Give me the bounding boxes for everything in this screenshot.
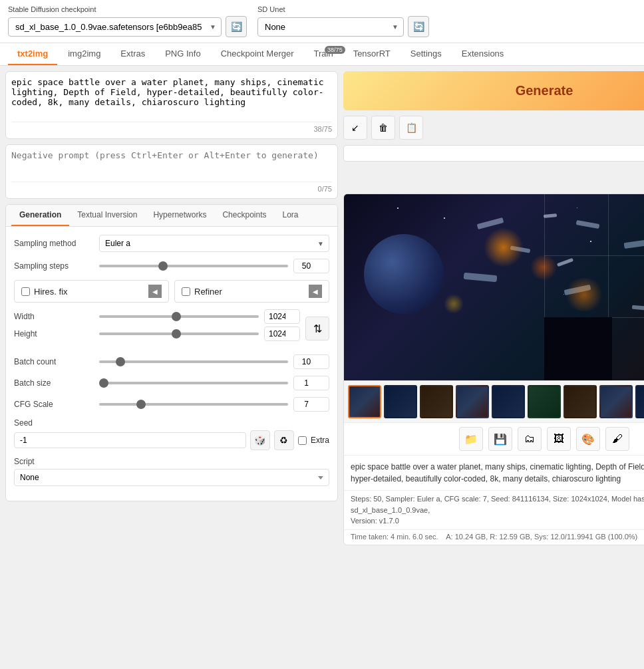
width-input[interactable] [264, 309, 300, 324]
thumbnail-strip: › [344, 380, 644, 422]
seed-section: Seed 🎲 ♻ Extra [14, 418, 329, 450]
hires-fix-label: Hires. fix [34, 287, 68, 297]
thumb-1[interactable] [384, 385, 417, 418]
sd-unet-refresh-btn[interactable]: 🔄 [408, 16, 429, 37]
batch-size-input[interactable] [293, 376, 329, 390]
sub-tab-generation[interactable]: Generation [11, 205, 69, 226]
time-info: Time taken: 4 min. 6.0 sec. A: 10.24 GB,… [344, 529, 644, 545]
sampling-steps-row: Sampling steps [14, 259, 329, 273]
cfg-scale-input[interactable] [293, 397, 329, 412]
output-actions: 📁 💾 🗂 🖼 🎨 🖌 [344, 422, 644, 455]
tab-extras[interactable]: Extras [111, 43, 154, 65]
thumb-7[interactable] [599, 385, 633, 418]
batch-count-input[interactable] [293, 354, 329, 369]
style-input[interactable] [349, 148, 644, 158]
save-file-btn[interactable]: 💾 [488, 427, 512, 451]
height-slider[interactable] [99, 333, 259, 335]
output-meta: Steps: 50, Sampler: Euler a, CFG scale: … [344, 490, 644, 529]
paste-btn[interactable]: 📋 [399, 116, 423, 140]
checkpoint-refresh-btn[interactable]: 🔄 [226, 16, 247, 37]
hires-collapse-btn[interactable]: ◀ [148, 285, 162, 298]
height-row: Height [14, 327, 300, 341]
tab-tensorrt[interactable]: TensorRT [344, 43, 400, 65]
batch-size-slider[interactable] [99, 382, 288, 384]
cfg-scale-slider[interactable] [99, 403, 288, 406]
checkpoint-select[interactable]: sd_xl_base_1.0_0.9vae.safetensors [e6bb9… [8, 17, 222, 37]
tab-extensions[interactable]: Extensions [452, 43, 514, 65]
seed-dice-btn[interactable]: 🎲 [250, 430, 270, 450]
image-display: S ✕ › [343, 194, 644, 545]
batch-count-label: Batch count [14, 357, 94, 366]
height-input[interactable] [264, 327, 300, 341]
thumb-4[interactable] [492, 385, 525, 418]
hires-refiner-row: Hires. fix ◀ Refiner ◀ [14, 280, 329, 303]
hires-fix-checkbox[interactable] [21, 287, 30, 296]
extra-label: Extra [311, 436, 329, 445]
sampling-method-row: Sampling method Euler a [14, 235, 329, 252]
tab-settings[interactable]: Settings [401, 43, 451, 65]
dimensions-row: Width Height ⇅ [14, 309, 329, 348]
left-panel: epic space battle over a water planet, m… [5, 71, 338, 545]
top-bar: Stable Diffusion checkpoint sd_xl_base_1… [0, 0, 644, 43]
tab-checkpoint-merger[interactable]: Checkpoint Merger [212, 43, 303, 65]
image-grid: S ✕ [344, 194, 644, 380]
refiner-label: Refiner [194, 287, 222, 297]
thumb-2[interactable] [420, 385, 453, 418]
sampling-method-select[interactable]: Euler a [99, 235, 329, 252]
style-btn[interactable]: 🎨 [576, 427, 600, 451]
gallery-btn[interactable]: 🖼 [547, 427, 571, 451]
swap-dimensions-btn[interactable]: ⇅ [305, 317, 329, 340]
sampling-steps-slider[interactable] [99, 265, 288, 267]
hires-fix-item: Hires. fix ◀ [14, 280, 169, 303]
main-tabs-bar: txt2img img2img Extras PNG Info Checkpoi… [0, 43, 644, 66]
tab-train[interactable]: Train 38/75 [305, 43, 343, 65]
batch-count-row: Batch count [14, 354, 329, 369]
seed-input[interactable] [14, 432, 246, 448]
train-badge: 38/75 [325, 46, 345, 54]
sampling-steps-input[interactable] [293, 259, 329, 273]
height-label: Height [14, 329, 94, 338]
thumb-3[interactable] [456, 385, 489, 418]
width-slider[interactable] [99, 315, 259, 318]
sampling-method-label: Sampling method [14, 239, 94, 248]
thumb-8[interactable] [635, 385, 644, 418]
script-label: Script [14, 457, 329, 466]
generation-tab-content: Sampling method Euler a Sampling steps [6, 227, 337, 501]
seed-label: Seed [14, 418, 329, 428]
negative-prompt-input[interactable] [11, 150, 332, 177]
tab-png-info[interactable]: PNG Info [156, 43, 210, 65]
sd-unet-select[interactable]: None [257, 17, 404, 37]
trash-btn[interactable]: 🗑 [371, 116, 395, 140]
action-row: ↙ 🗑 📋 [343, 116, 644, 140]
thumb-6[interactable] [564, 385, 597, 418]
thumb-0[interactable] [348, 385, 381, 418]
refiner-item: Refiner ◀ [174, 280, 329, 303]
brush-btn[interactable]: 🖌 [605, 427, 629, 451]
save-folder-btn[interactable]: 📁 [459, 427, 483, 451]
tab-img2img[interactable]: img2img [59, 43, 110, 65]
cfg-scale-label: CFG Scale [14, 400, 94, 409]
sub-tab-checkpoints[interactable]: Checkpoints [214, 205, 274, 226]
resize-icon-btn[interactable]: ↙ [343, 116, 367, 140]
sub-tab-lora[interactable]: Lora [274, 205, 306, 226]
positive-prompt-input[interactable]: epic space battle over a water planet, m… [11, 77, 332, 117]
sub-tab-hypernetworks[interactable]: Hypernetworks [145, 205, 214, 226]
width-row: Width [14, 309, 300, 324]
sd-unet-label: SD Unet [257, 5, 429, 13]
batch-count-slider[interactable] [99, 360, 288, 363]
seed-recycle-btn[interactable]: ♻ [274, 430, 294, 450]
sub-tab-textual-inversion[interactable]: Textual Inversion [69, 205, 145, 226]
positive-prompt-area: epic space battle over a water planet, m… [5, 71, 338, 139]
thumb-5[interactable] [528, 385, 561, 418]
zip-btn[interactable]: 🗂 [518, 427, 542, 451]
script-select[interactable]: None [14, 469, 329, 486]
extra-checkbox[interactable] [298, 436, 307, 445]
sub-tabs-panel: Generation Textual Inversion Hypernetwor… [5, 204, 338, 501]
negative-prompt-area: 0/75 [5, 144, 338, 199]
script-section: Script None [14, 457, 329, 486]
tab-txt2img[interactable]: txt2img [8, 43, 57, 65]
generate-button[interactable]: Generate [343, 71, 644, 110]
refiner-collapse-btn[interactable]: ◀ [309, 285, 322, 298]
output-description: epic space battle over a water planet, m… [344, 455, 644, 490]
refiner-checkbox[interactable] [182, 287, 190, 296]
